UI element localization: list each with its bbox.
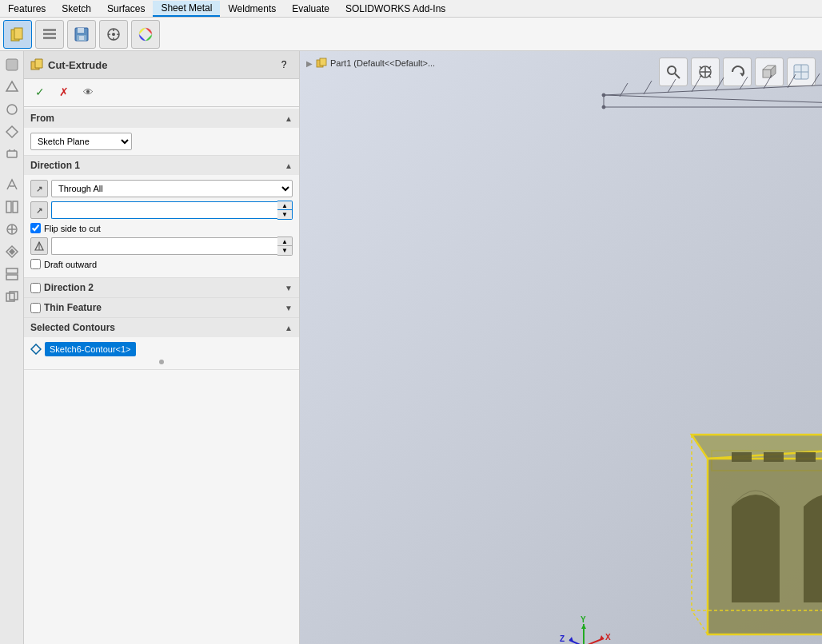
ok-button[interactable]: ✓ xyxy=(30,82,50,101)
svg-point-10 xyxy=(112,33,115,36)
draft-icon[interactable] xyxy=(30,237,48,255)
selected-contours-section: Selected Contours ▲ Sketch6-Contour<1> xyxy=(24,318,299,370)
draft-increment-button[interactable]: ▲ xyxy=(277,237,292,246)
svg-point-18 xyxy=(7,105,17,114)
svg-line-62 xyxy=(668,79,676,93)
cancel-button[interactable]: ✗ xyxy=(54,82,74,101)
depth-increment-button[interactable]: ▲ xyxy=(277,201,292,210)
flip-side-to-cut-row: Flip side to cut xyxy=(30,223,293,233)
iconbar-btn-11[interactable] xyxy=(2,286,22,307)
thin-feature-section-header[interactable]: Thin Feature ▼ xyxy=(24,298,299,317)
menu-bar: Features Sketch Surfaces Sheet Metal Wel… xyxy=(0,0,822,18)
svg-rect-8 xyxy=(79,36,84,40)
direction2-section-title: Direction 2 xyxy=(44,282,94,293)
svg-line-58 xyxy=(604,95,822,107)
direction2-section-header[interactable]: Direction 2 ▼ xyxy=(24,278,299,297)
direction1-section-content: ↗ Through All Blind Up To Next Up To Ver… xyxy=(24,175,299,277)
draft-decrement-button[interactable]: ▼ xyxy=(277,246,292,255)
svg-line-60 xyxy=(620,83,628,97)
iconbar-btn-5[interactable] xyxy=(2,144,22,165)
iconbar-btn-3[interactable] xyxy=(2,99,22,120)
panel-actions: ? xyxy=(275,56,293,74)
cut-extrude-panel: Cut-Extrude ? ✓ ✗ 👁 From ▲ Sketch Plan xyxy=(24,51,300,644)
iconbar-btn-1[interactable] xyxy=(2,54,22,75)
panel-title-text: Cut-Extrude xyxy=(48,59,107,71)
iconbar-btn-7[interactable] xyxy=(2,197,22,217)
direction1-type-select[interactable]: Through All Blind Up To Next Up To Verte… xyxy=(51,180,293,197)
direction1-draft-row: ▲ ▼ xyxy=(30,237,293,256)
iconbar-btn-2[interactable] xyxy=(2,77,22,97)
svg-marker-38 xyxy=(31,344,41,354)
svg-text:Z: Z xyxy=(560,634,565,643)
direction2-header-inner: Direction 2 xyxy=(30,282,94,293)
preview-button[interactable]: 👁 xyxy=(78,82,98,101)
selected-contours-content: Sketch6-Contour<1> xyxy=(24,337,299,369)
viewport[interactable]: ▶ Part1 (Default<<Default>... xyxy=(300,51,822,644)
viewport-3d-scene: X Y Z xyxy=(300,51,822,644)
menu-solidworks-addins[interactable]: SOLIDWORKS Add-Ins xyxy=(337,2,453,16)
svg-marker-112 xyxy=(581,624,586,629)
menu-evaluate[interactable]: Evaluate xyxy=(284,2,337,16)
svg-rect-1 xyxy=(14,28,22,39)
svg-line-64 xyxy=(716,78,724,91)
iconbar-btn-10[interactable] xyxy=(2,264,22,284)
from-select[interactable]: Sketch Plane Surface/Face/Plane Vertex O… xyxy=(30,133,132,150)
selected-contours-section-header[interactable]: Selected Contours ▲ xyxy=(24,318,299,337)
menu-sheet-metal[interactable]: Sheet Metal xyxy=(153,1,220,17)
iconbar-btn-4[interactable] xyxy=(2,121,22,142)
from-section-header[interactable]: From ▲ xyxy=(24,109,299,128)
new-part-button[interactable] xyxy=(3,20,32,49)
direction1-depth-icon[interactable]: ↗ xyxy=(30,201,48,219)
selected-contours-collapse-arrow: ▲ xyxy=(285,324,293,332)
draft-outward-checkbox[interactable] xyxy=(30,259,41,269)
direction1-section-title: Direction 1 xyxy=(30,160,80,171)
svg-rect-93 xyxy=(764,452,784,462)
help-button[interactable]: ? xyxy=(275,56,293,74)
contour-item[interactable]: Sketch6-Contour<1> xyxy=(45,342,136,356)
scroll-indicator xyxy=(30,360,293,364)
depth-decrement-button[interactable]: ▼ xyxy=(277,210,292,219)
svg-rect-24 xyxy=(13,201,18,213)
draft-outward-label: Draft outward xyxy=(44,260,97,269)
direction1-section: Direction 1 ▲ ↗ Through All Blind Up To … xyxy=(24,156,299,278)
options-button[interactable] xyxy=(99,20,128,49)
menu-sketch[interactable]: Sketch xyxy=(54,2,99,16)
svg-line-89 xyxy=(692,610,708,634)
list-view-button[interactable] xyxy=(35,20,64,49)
menu-surfaces[interactable]: Surfaces xyxy=(99,2,153,16)
direction1-depth-input[interactable] xyxy=(51,201,277,219)
iconbar-btn-9[interactable] xyxy=(2,241,22,262)
main-toolbar xyxy=(0,18,822,51)
thin-feature-section: Thin Feature ▼ xyxy=(24,298,299,318)
svg-rect-16 xyxy=(6,59,18,70)
menu-features[interactable]: Features xyxy=(0,2,54,16)
direction2-enable-checkbox[interactable] xyxy=(30,283,41,293)
thin-feature-enable-checkbox[interactable] xyxy=(30,303,41,313)
contour-item-label: Sketch6-Contour<1> xyxy=(50,344,131,354)
svg-rect-2 xyxy=(43,29,56,31)
svg-rect-30 xyxy=(6,275,18,280)
iconbar-btn-8[interactable] xyxy=(2,219,22,240)
svg-line-63 xyxy=(692,78,700,92)
direction1-depth-row: ↗ ▲ ▼ xyxy=(30,201,293,220)
direction1-flip-icon[interactable]: ↗ xyxy=(30,180,48,197)
save-button[interactable] xyxy=(67,20,96,49)
appearance-button[interactable] xyxy=(131,20,160,49)
svg-line-68 xyxy=(812,74,820,86)
left-icon-bar xyxy=(0,51,24,644)
from-section-title: From xyxy=(30,113,54,124)
iconbar-btn-6[interactable] xyxy=(2,174,22,195)
direction1-collapse-arrow: ▲ xyxy=(285,161,293,170)
svg-rect-4 xyxy=(43,37,56,39)
flip-side-to-cut-checkbox[interactable] xyxy=(30,223,41,233)
menu-weldments[interactable]: Weldments xyxy=(220,2,284,16)
svg-marker-17 xyxy=(6,81,18,91)
panel-title-area: Cut-Extrude xyxy=(30,58,107,71)
svg-rect-3 xyxy=(43,33,56,35)
contour-item-row: Sketch6-Contour<1> xyxy=(30,342,293,356)
contour-diamond-icon xyxy=(30,344,42,355)
direction1-section-header[interactable]: Direction 1 ▲ xyxy=(24,156,299,175)
draft-angle-input[interactable] xyxy=(51,237,277,255)
svg-rect-23 xyxy=(6,201,11,213)
svg-rect-19 xyxy=(7,151,17,157)
